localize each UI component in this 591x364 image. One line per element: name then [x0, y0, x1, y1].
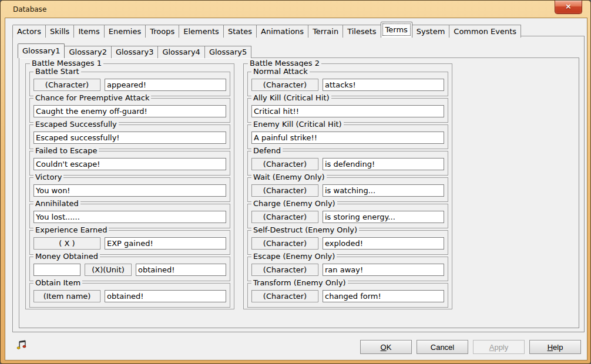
tab-states[interactable]: States [224, 25, 257, 38]
field-normal-attack: Normal Attack(Character) [247, 72, 448, 96]
text-input[interactable] [251, 105, 444, 117]
close-button[interactable]: × [555, 1, 582, 14]
tab-skills[interactable]: Skills [46, 25, 74, 38]
tab-terms[interactable]: Terms [381, 22, 412, 38]
text-input[interactable] [136, 264, 226, 276]
text-input[interactable] [323, 211, 444, 223]
text-input[interactable] [33, 158, 226, 170]
ok-button-label: OK [364, 341, 408, 354]
static-text-box: (X)(Unit) [85, 264, 132, 276]
text-input[interactable] [323, 264, 444, 276]
field-label: Enemy Kill (Critical Hit) [251, 120, 344, 129]
text-input[interactable] [323, 158, 444, 170]
tab-actors[interactable]: Actors [12, 25, 46, 38]
window-title: Database [13, 5, 46, 14]
group-battle-messages-1: Battle Messages 1Battle Start(Character)… [25, 63, 234, 309]
tab-terrain[interactable]: Terrain [308, 25, 343, 38]
field-label: Normal Attack [251, 67, 310, 76]
field-label: Failed to Escape [33, 146, 99, 155]
field-enemy-kill-critical-hit: Enemy Kill (Critical Hit) [247, 124, 448, 149]
terms-tab-page: Battle Messages 1Battle Start(Character)… [12, 36, 585, 332]
field-label: Experience Earned [33, 225, 109, 234]
field-label: Ally Kill (Critical Hit) [251, 93, 331, 102]
field-label: Obtain Item [33, 278, 82, 287]
field-battle-start: Battle Start(Character) [29, 72, 230, 96]
static-text-box: (Character) [251, 158, 318, 170]
static-text-box: (Character) [251, 79, 318, 91]
static-text-box: ( X ) [33, 237, 100, 250]
static-text-box: (Character) [251, 211, 318, 223]
static-text-box: (Item name) [33, 290, 100, 302]
text-input[interactable] [33, 105, 226, 117]
text-input[interactable] [323, 237, 444, 250]
dialog-client-area: ActorsSkillsItemsEnemiesTroopsElementsSt… [5, 18, 587, 360]
cancel-button[interactable]: Cancel [417, 340, 468, 354]
field-label: Transform (Enemy Only) [251, 278, 348, 287]
field-label: Charge (Enemy Only) [251, 199, 337, 208]
field-label: Money Obtained [33, 252, 100, 261]
group-battle-messages-2: Battle Messages 2Normal Attack(Character… [243, 63, 452, 309]
close-icon: × [555, 1, 582, 12]
database-window: Database × ActorsSkillsItemsEnemiesTroop… [0, 0, 591, 364]
field-label: Chance for Preemptive Attack [33, 93, 151, 102]
field-obtain-item: Obtain Item(Item name) [29, 283, 230, 308]
tab-system[interactable]: System [412, 25, 449, 38]
subtab-glossary1[interactable]: Glossary1 [18, 43, 65, 58]
tab-tilesets[interactable]: Tilesets [343, 25, 381, 38]
text-input[interactable] [33, 184, 226, 197]
tab-enemies[interactable]: Enemies [105, 25, 146, 38]
field-charge-enemy-only: Charge (Enemy Only)(Character) [247, 204, 448, 228]
field-ally-kill-critical-hit: Ally Kill (Critical Hit) [247, 98, 448, 123]
subtab-glossary4[interactable]: Glossary4 [158, 46, 204, 58]
text-input[interactable] [33, 264, 80, 276]
text-input[interactable] [323, 184, 444, 197]
field-failed-to-escape: Failed to Escape [29, 151, 230, 176]
text-input[interactable] [105, 237, 226, 250]
subtab-glossary5[interactable]: Glossary5 [205, 46, 251, 58]
field-escape-enemy-only: Escape (Enemy Only)(Character) [247, 257, 448, 281]
static-text-box: (Character) [251, 264, 318, 276]
ok-button[interactable]: OK [360, 340, 412, 354]
field-label: Victory [33, 173, 63, 181]
tab-animations[interactable]: Animations [257, 25, 308, 38]
help-button[interactable]: Help [529, 340, 581, 354]
subtab-glossary3[interactable]: Glossary3 [112, 46, 158, 58]
field-money-obtained: Money Obtained(X)(Unit) [29, 257, 230, 281]
field-label: Escape (Enemy Only) [251, 252, 337, 261]
field-annihilated: Annihilated [29, 204, 230, 228]
field-label: Escaped Successfully [33, 120, 119, 129]
text-input[interactable] [33, 132, 226, 144]
static-text-box: (Character) [251, 237, 318, 250]
group-title: Battle Messages 1 [30, 59, 103, 68]
text-input[interactable] [323, 290, 444, 302]
field-victory: Victory [29, 177, 230, 202]
apply-button: Apply [473, 340, 525, 354]
field-label: Wait (Enemy Only) [251, 173, 327, 181]
text-input[interactable] [323, 79, 444, 91]
field-experience-earned: Experience Earned( X ) [29, 230, 230, 255]
field-self-destruct-enemy-only: Self-Destruct (Enemy Only)(Character) [247, 230, 448, 255]
apply-button-label: Apply [477, 341, 521, 354]
tab-items[interactable]: Items [74, 25, 104, 38]
field-transform-enemy-only: Transform (Enemy Only)(Character) [247, 283, 448, 308]
static-text-box: (Character) [33, 79, 100, 91]
field-label: Battle Start [33, 67, 81, 76]
tab-elements[interactable]: Elements [179, 25, 224, 38]
glossary-tab-bar: Glossary1Glossary2Glossary3Glossary4Glos… [18, 45, 251, 58]
tab-troops[interactable]: Troops [146, 25, 179, 38]
text-input[interactable] [105, 290, 226, 302]
help-button-label: Help [533, 341, 577, 354]
text-input[interactable] [251, 132, 444, 144]
field-label: Defend [251, 146, 283, 155]
music-note-icon [16, 338, 29, 352]
group-title: Battle Messages 2 [248, 59, 321, 68]
field-chance-for-preemptive-attack: Chance for Preemptive Attack [29, 98, 230, 123]
field-label: Self-Destruct (Enemy Only) [251, 225, 359, 234]
text-input[interactable] [33, 211, 226, 223]
tab-common-events[interactable]: Common Events [449, 25, 521, 38]
subtab-glossary2[interactable]: Glossary2 [65, 46, 111, 58]
field-wait-enemy-only: Wait (Enemy Only)(Character) [247, 177, 448, 202]
field-label: Annihilated [33, 199, 80, 208]
cancel-button-label: Cancel [421, 341, 464, 354]
text-input[interactable] [105, 79, 226, 91]
